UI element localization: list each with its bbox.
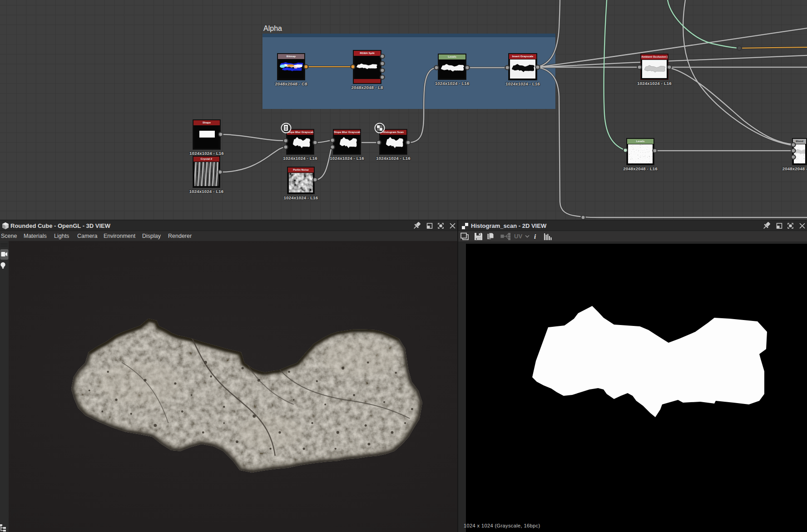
svg-text:i: i: [534, 233, 536, 240]
svg-text:UV: UV: [514, 233, 522, 240]
